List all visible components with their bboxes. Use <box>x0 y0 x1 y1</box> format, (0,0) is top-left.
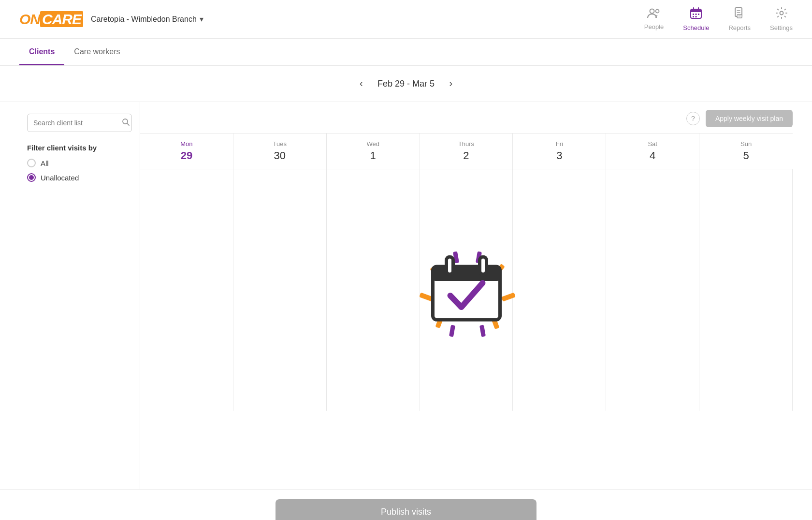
day-col-sat <box>606 169 699 411</box>
search-box[interactable] <box>27 114 132 132</box>
logo: ONCARE <box>19 11 83 28</box>
day-header-sat: Sat 4 <box>606 134 699 169</box>
day-num-tues: 30 <box>233 149 326 162</box>
day-col-sun <box>699 169 793 411</box>
settings-icon <box>775 7 788 22</box>
search-input[interactable] <box>33 119 118 127</box>
apply-weekly-plan-button[interactable]: Apply weekly visit plan <box>706 110 793 127</box>
day-name-mon: Mon <box>140 140 233 148</box>
day-name-fri: Fri <box>513 140 606 148</box>
svg-rect-7 <box>696 14 697 15</box>
day-num-sat: 4 <box>606 149 699 162</box>
svg-point-0 <box>650 9 654 14</box>
sidebar: Filter client visits by All Unallocated <box>19 102 140 489</box>
search-icon <box>122 118 130 128</box>
day-header-thurs: Thurs 2 <box>420 134 513 169</box>
branch-name: Caretopia - Wimbledon Branch <box>91 15 197 24</box>
svg-rect-6 <box>693 14 694 15</box>
chevron-down-icon: ▾ <box>200 15 203 24</box>
day-num-sun: 5 <box>699 149 793 162</box>
svg-point-16 <box>780 12 783 15</box>
calendar-top-row: ? Apply weekly visit plan <box>140 102 793 133</box>
radio-all[interactable] <box>27 159 36 167</box>
svg-rect-8 <box>698 14 699 15</box>
day-name-sun: Sun <box>699 140 793 148</box>
nav-item-reports[interactable]: Reports <box>728 7 751 31</box>
reports-label: Reports <box>728 24 751 31</box>
day-headers: Mon 29 Tues 30 Wed 1 Thurs 2 Fri 3 Sat 4 <box>140 133 793 169</box>
main-nav: People Schedule <box>644 7 793 31</box>
branch-selector[interactable]: Caretopia - Wimbledon Branch ▾ <box>91 15 203 24</box>
day-col-fri <box>513 169 606 411</box>
people-label: People <box>644 23 664 30</box>
nav-item-people[interactable]: People <box>644 8 664 30</box>
schedule-icon <box>690 7 702 22</box>
celebration-illustration <box>413 237 520 343</box>
svg-rect-22 <box>480 257 487 274</box>
calendar-area: ? Apply weekly visit plan Mon 29 Tues 30… <box>140 102 793 489</box>
svg-point-1 <box>656 10 659 13</box>
header: ONCARE Caretopia - Wimbledon Branch ▾ Pe… <box>0 0 812 39</box>
settings-label: Settings <box>770 24 793 31</box>
radio-inner <box>29 175 34 180</box>
date-range-label: Feb 29 - Mar 5 <box>377 79 435 89</box>
day-num-fri: 3 <box>513 149 606 162</box>
people-icon <box>647 8 661 21</box>
day-name-wed: Wed <box>327 140 420 148</box>
publish-visits-button[interactable]: Publish visits <box>276 499 536 520</box>
filter-label-all: All <box>41 159 49 167</box>
day-name-tues: Tues <box>233 140 326 148</box>
tab-clients[interactable]: Clients <box>19 40 64 65</box>
day-header-sun: Sun 5 <box>699 134 793 169</box>
filter-option-all[interactable]: All <box>27 159 132 167</box>
day-col-wed <box>327 169 420 411</box>
day-col-tues <box>233 169 327 411</box>
calendar-icon <box>429 253 504 327</box>
day-num-thurs: 2 <box>420 149 513 162</box>
svg-rect-3 <box>691 9 701 12</box>
day-header-tues: Tues 30 <box>233 134 327 169</box>
nav-item-schedule[interactable]: Schedule <box>683 7 709 31</box>
svg-line-18 <box>127 123 129 125</box>
calendar-body <box>140 169 793 411</box>
svg-rect-20 <box>433 267 500 281</box>
bottom-bar: Publish visits Last published by Janice … <box>0 489 812 520</box>
header-left: ONCARE Caretopia - Wimbledon Branch ▾ <box>19 11 203 28</box>
day-num-mon: 29 <box>140 149 233 162</box>
logo-text: ONCARE <box>19 11 83 28</box>
next-week-button[interactable]: › <box>444 75 457 92</box>
main-content: Filter client visits by All Unallocated … <box>0 102 812 489</box>
day-col-mon <box>140 169 233 411</box>
day-header-mon: Mon 29 <box>140 134 233 169</box>
tab-care-workers[interactable]: Care workers <box>64 40 130 65</box>
help-button[interactable]: ? <box>686 112 700 125</box>
tabs-bar: Clients Care workers <box>0 39 812 66</box>
day-header-wed: Wed 1 <box>327 134 420 169</box>
svg-rect-10 <box>696 16 697 17</box>
day-num-wed: 1 <box>327 149 420 162</box>
prev-week-button[interactable]: ‹ <box>355 75 368 92</box>
reports-icon <box>733 7 746 22</box>
schedule-label: Schedule <box>683 24 709 31</box>
filter-label-unallocated: Unallocated <box>41 174 79 182</box>
radio-unallocated[interactable] <box>27 173 36 182</box>
filter-title: Filter client visits by <box>27 144 132 152</box>
day-header-fri: Fri 3 <box>513 134 606 169</box>
empty-state <box>413 237 520 343</box>
filter-option-unallocated[interactable]: Unallocated <box>27 173 132 182</box>
svg-rect-9 <box>693 16 694 17</box>
svg-rect-21 <box>447 257 453 274</box>
date-nav: ‹ Feb 29 - Mar 5 › <box>0 66 812 102</box>
day-name-sat: Sat <box>606 140 699 148</box>
day-name-thurs: Thurs <box>420 140 513 148</box>
nav-item-settings[interactable]: Settings <box>770 7 793 31</box>
